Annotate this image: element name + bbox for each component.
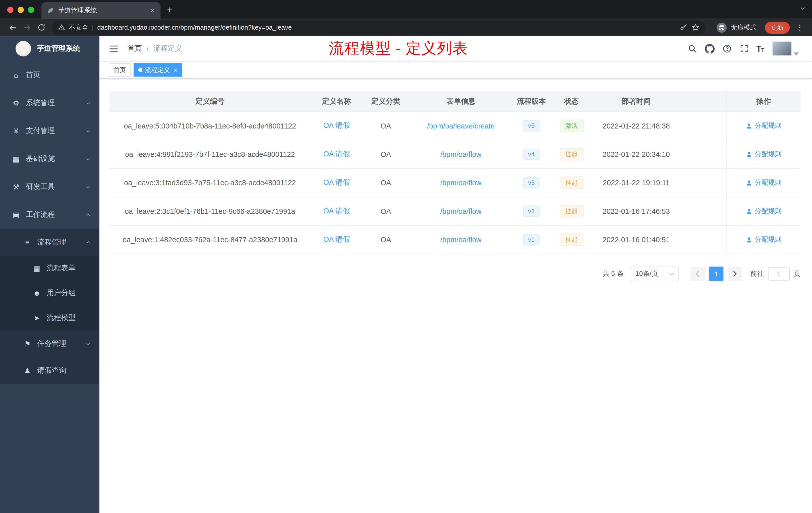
sidebar-menu: ⌂ 首页 ⚙ 系统管理 ¥ 支付管理 ▦ 基础设施 ⚒ 研发工具 ▣ 工作流程 [0,61,99,384]
sidebar-item-user-group[interactable]: ☻ 用户分组 [0,280,99,305]
password-key-icon[interactable] [679,23,688,32]
yen-icon: ¥ [11,127,21,135]
definition-name-link[interactable]: OA 请假 [323,121,350,130]
sidebar-item-infrastructure[interactable]: ▦ 基础设施 [0,145,99,173]
sidebar-item-dev-tools[interactable]: ⚒ 研发工具 [0,173,99,201]
pagination: 共 5 条 10条/页 1 前往 页 [109,267,801,281]
sidebar-item-workflow[interactable]: ▣ 工作流程 [0,201,99,229]
definition-id-cell: oa_leave:1:482ec033-762a-11ec-8477-a2380… [109,225,311,253]
page-size-select[interactable]: 10条/页 [630,267,679,281]
browser-tabstrip: 芋道管理系统 × + [0,0,812,19]
form-link[interactable]: /bpm/oa/flow [440,150,482,158]
app-header: 首页 / 流程定义 流程模型 - 定义列表 [99,36,812,61]
status-badge: 挂起 [560,148,583,161]
definition-id-cell: oa_leave:4:991f2193-7b7f-11ec-a3c8-acde4… [109,140,311,168]
page-1-button[interactable]: 1 [709,267,724,281]
browser-toolbar: 不安全 | dashboard.yudao.iocoder.cn/bpm/man… [0,19,812,36]
process-model-icon: ➤ [32,314,41,322]
content: 定义编号定义名称定义分类表单信息流程版本状态部署时间操作 oa_leave:5:… [99,79,812,513]
column-header: 状态 [550,91,593,111]
status-badge: 挂起 [560,205,583,218]
goto-page-input[interactable] [768,267,790,280]
user-icon [746,236,753,243]
bookmark-star-icon[interactable] [691,23,699,32]
prev-page-button[interactable] [690,267,705,281]
chevron-icon [85,184,91,190]
sidebar-item-task-management[interactable]: ⚑ 任务管理 [0,330,99,357]
fullscreen-icon[interactable] [740,44,749,53]
assign-rule-label: 分配规则 [754,235,781,244]
assign-rule-label: 分配规则 [754,121,781,130]
chevron-icon [85,239,91,245]
definition-name-link[interactable]: OA 请假 [323,207,350,216]
url-text[interactable]: dashboard.yudao.iocoder.cn/bpm/manager/d… [97,24,292,31]
assign-rule-link[interactable]: 分配规则 [746,150,781,159]
view-tag[interactable]: 首页 [109,63,130,77]
goto-page: 前往 页 [751,267,801,280]
gear-icon: ⚙ [11,99,21,107]
user-menu[interactable] [772,41,799,56]
next-page-button[interactable] [728,267,742,281]
sidebar-item-process-form[interactable]: ▤ 流程表单 [0,256,99,280]
definition-name-link[interactable]: OA 请假 [323,235,350,244]
form-link[interactable]: /bpm/oa/flow [440,179,482,187]
tab-search-chevron-icon[interactable] [800,5,806,11]
table-row: oa_leave:3:1fad3d93-7b75-11ec-a3c8-acde4… [109,169,801,197]
sidebar-item-process-management[interactable]: ≡ 流程管理 [0,229,99,256]
close-window-button[interactable] [7,7,13,13]
page-size-value: 10条/页 [636,269,666,279]
assign-rule-link[interactable]: 分配规则 [746,207,781,216]
chevron-left-icon [696,271,700,277]
tab-close-icon[interactable]: × [149,6,155,14]
help-icon[interactable] [722,44,732,53]
browser-tab[interactable]: 芋道管理系统 × [41,2,161,19]
definition-id: oa_leave:2:3c1f0ef1-76b1-11ec-9c66-a2380… [125,207,295,215]
sidebar-item-yen[interactable]: ¥ 支付管理 [0,117,99,145]
sidebar-logo[interactable]: 芋道管理系统 [0,36,99,61]
form-link[interactable]: /bpm/oa/flow [440,235,482,244]
sidebar-item-gear[interactable]: ⚙ 系统管理 [0,89,99,117]
definition-name-link[interactable]: OA 请假 [323,150,350,159]
font-size-icon[interactable]: TT [756,45,764,53]
github-icon[interactable] [704,44,714,54]
back-button[interactable] [5,20,20,35]
table-header-row: 定义编号定义名称定义分类表单信息流程版本状态部署时间操作 [109,91,801,112]
incognito-label: 无痕模式 [731,23,756,32]
minimize-window-button[interactable] [18,7,24,13]
sidebar-item-leave-query[interactable]: ♟ 请假查询 [0,357,99,384]
filler-cell [679,140,726,168]
assign-rule-link[interactable]: 分配规则 [746,178,781,187]
sidebar-item-process-model[interactable]: ➤ 流程模型 [0,305,99,330]
definition-id: oa_leave:4:991f2193-7b7f-11ec-a3c8-acde4… [125,150,295,158]
form-link[interactable]: /bpm/oa/leave/create [427,122,495,130]
search-icon[interactable] [688,44,697,53]
sidebar-item-label: 基础设施 [26,154,55,163]
assign-rule-link[interactable]: 分配规则 [746,235,781,244]
zoom-window-button[interactable] [28,7,34,13]
forward-button[interactable] [20,20,34,35]
filler-cell [679,197,726,225]
definition-name-link[interactable]: OA 请假 [323,178,350,187]
address-bar[interactable]: 不安全 | dashboard.yudao.iocoder.cn/bpm/man… [52,20,706,34]
new-tab-button[interactable]: + [161,4,180,19]
sidebar-item-home[interactable]: ⌂ 首页 [0,61,99,89]
close-tag-icon[interactable]: × [173,66,177,73]
task-management-icon: ⚑ [23,339,32,348]
column-header: 部署时间 [593,91,679,111]
chevron-right-icon [733,271,737,277]
reload-button[interactable] [34,20,49,35]
page-annotation: 流程模型 - 定义列表 [329,38,468,59]
avatar[interactable] [772,41,792,56]
view-tag[interactable]: 流程定义 × [134,63,182,77]
assign-rule-link[interactable]: 分配规则 [746,121,781,130]
browser-menu-icon[interactable]: ⋮ [793,23,807,32]
leave-query-icon: ♟ [23,366,32,375]
breadcrumb-home[interactable]: 首页 [127,44,142,53]
goto-label: 前往 [751,269,764,279]
chrome-update-button[interactable]: 更新 [765,22,790,33]
definition-id: oa_leave:3:1fad3d93-7b75-11ec-a3c8-acde4… [124,179,296,187]
sidebar-collapse-icon[interactable] [99,36,127,61]
sidebar-item-label: 请假查询 [37,366,66,375]
form-link[interactable]: /bpm/oa/flow [440,207,482,215]
tab-title: 芋道管理系统 [58,6,145,15]
